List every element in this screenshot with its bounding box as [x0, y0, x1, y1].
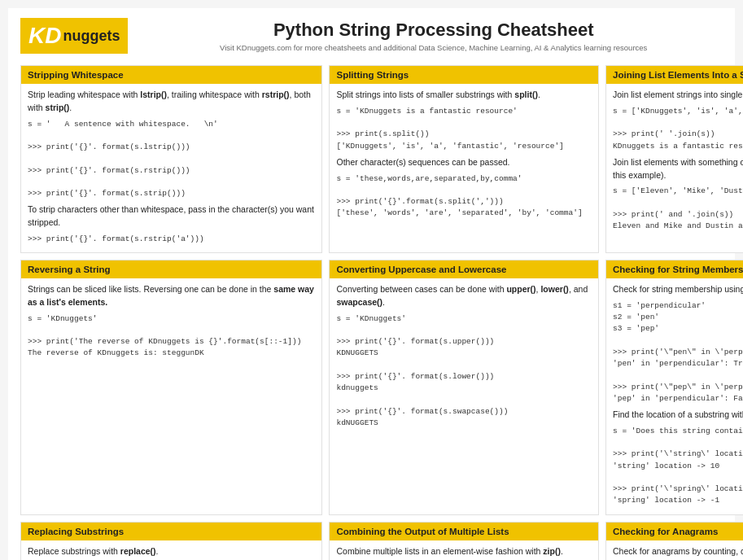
section-combining-lists: Combining the Output of Multiple Lists C…: [329, 522, 599, 561]
section-body-stripping: Strip leading whitespace with lstrip(), …: [21, 84, 321, 252]
intro-text: Replace substrings with replace().: [28, 545, 315, 558]
section-anagrams: Checking for Anagrams Check for anagrams…: [605, 522, 743, 561]
extra-code-block: s = ['Eleven', 'Mike', 'Dustin', 'Lucas'…: [613, 186, 743, 232]
section-title-stripping: Stripping Whitespace: [21, 66, 321, 84]
section-splitting-strings: Splitting Strings Split strings into lis…: [329, 65, 599, 253]
section-body-replacing: Replace substrings with replace(). s1 = …: [21, 540, 321, 561]
content-grid: Stripping Whitespace Strip leading white…: [20, 65, 723, 560]
extra-code-block: >>> print('{}'. format(s.rstrip('a'))): [28, 234, 315, 245]
section-title-case: Converting Uppercase and Lowercase: [330, 260, 598, 278]
intro-text: Check for anagrams by counting, comparin…: [613, 545, 743, 558]
section-title-joining: Joining List Elements Into a String: [606, 66, 743, 84]
extra-text: To strip characters other than whitespac…: [28, 203, 315, 230]
extra-text: Join list elements with something other …: [613, 156, 743, 182]
intro-text: Split strings into lists of smaller subs…: [336, 89, 592, 102]
intro-text: Check for string membership using the in…: [613, 283, 743, 296]
section-body-case: Converting between cases can be done wit…: [330, 278, 598, 436]
section-body-membership: Check for string membership using the in…: [606, 278, 743, 514]
logo: KD nuggets: [20, 18, 128, 54]
section-body-anagrams: Check for anagrams by counting, comparin…: [606, 540, 743, 561]
code-block: s = 'KDnuggets' >>> print('The reverse o…: [28, 313, 315, 360]
header: KD nuggets Python String Processing Chea…: [20, 18, 723, 54]
code-block: s = ['KDnuggets', 'is', 'a', 'fantastic'…: [613, 106, 743, 152]
section-body-reversing: Strings can be sliced like lists. Revers…: [21, 278, 321, 367]
logo-kd: KD: [28, 24, 61, 47]
section-title-membership: Checking for String Membership: [606, 260, 743, 278]
section-title-replacing: Replacing Substrings: [21, 523, 321, 540]
code-block: s = 'KDnuggets is a fantastic resource' …: [336, 106, 592, 152]
intro-text: Strip leading whitespace with lstrip(), …: [28, 89, 315, 115]
code-block: s1 = 'perpendicular' s2 = 'pen' s3 = 'pe…: [613, 300, 743, 405]
extra-code-block: s = 'these,words,are,separated,by,comma'…: [336, 173, 592, 220]
intro-text: Combine multiple lists in an element-wis…: [336, 545, 592, 558]
section-body-joining: Join list element strings into single st…: [606, 84, 743, 239]
section-body-combining: Combine multiple lists in an element-wis…: [330, 540, 598, 561]
extra-code-block: s = 'Does this string contain a substrin…: [613, 426, 743, 507]
page-title: Python String Processing Cheatsheet: [144, 20, 723, 41]
section-title-reversing: Reversing a String: [21, 260, 321, 278]
section-body-splitting: Split strings into lists of smaller subs…: [330, 84, 598, 227]
section-converting-case: Converting Uppercase and Lowercase Conve…: [329, 260, 599, 515]
logo-nuggets: nuggets: [63, 28, 120, 43]
section-joining-list: Joining List Elements Into a String Join…: [605, 65, 743, 253]
section-title-splitting: Splitting Strings: [330, 66, 598, 84]
intro-text: Strings can be sliced like lists. Revers…: [28, 283, 315, 309]
section-stripping-whitespace: Stripping Whitespace Strip leading white…: [20, 65, 322, 253]
code-block: s = ' A sentence with whitespace. \n' >>…: [28, 119, 315, 200]
section-title-combining: Combining the Output of Multiple Lists: [330, 523, 598, 540]
section-reversing-string: Reversing a String Strings can be sliced…: [20, 260, 322, 515]
section-replacing-substrings: Replacing Substrings Replace substrings …: [20, 522, 322, 561]
intro-text: Converting between cases can be done wit…: [336, 283, 592, 309]
section-string-membership: Checking for String Membership Check for…: [605, 260, 743, 515]
extra-text: Find the location of a substring with fi…: [613, 409, 743, 422]
extra-text: Other character(s) sequences can be pass…: [336, 156, 592, 169]
header-title-area: Python String Processing Cheatsheet Visi…: [128, 20, 723, 52]
page-wrapper: KD nuggets Python String Processing Chea…: [8, 8, 735, 560]
section-title-anagrams: Checking for Anagrams: [606, 523, 743, 540]
header-subtitle: Visit KDnuggets.com for more cheatsheets…: [144, 43, 723, 52]
code-block: s = 'KDnuggets' >>> print('{}'. format(s…: [336, 313, 592, 430]
intro-text: Join list element strings into single st…: [613, 89, 743, 102]
